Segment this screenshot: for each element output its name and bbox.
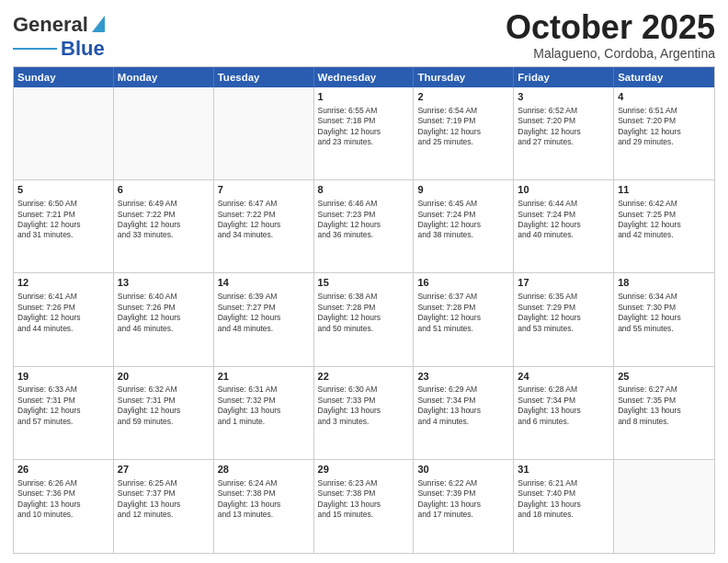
day-info-line: and 55 minutes.	[618, 324, 711, 334]
day-info-line: Daylight: 12 hours	[518, 313, 609, 323]
day-number: 28	[218, 463, 310, 477]
calendar-week-2: 5Sunrise: 6:50 AMSunset: 7:21 PMDaylight…	[14, 180, 714, 273]
day-info-line: Sunrise: 6:26 AM	[17, 478, 109, 488]
day-info-line: Sunset: 7:34 PM	[518, 396, 609, 406]
calendar-day-21: 21Sunrise: 6:31 AMSunset: 7:32 PMDayligh…	[214, 367, 314, 459]
day-info-line: Sunrise: 6:41 AM	[17, 292, 109, 302]
weekday-header-wednesday: Wednesday	[314, 67, 415, 87]
day-info-line: Sunrise: 6:33 AM	[17, 385, 109, 395]
day-info-line: Sunset: 7:29 PM	[518, 303, 609, 313]
day-info-line: and 50 minutes.	[318, 324, 410, 334]
day-info-line: Daylight: 12 hours	[618, 220, 711, 230]
day-info-line: Sunset: 7:39 PM	[417, 488, 509, 499]
day-info-line: and 31 minutes.	[17, 230, 109, 240]
logo-line-icon	[13, 48, 57, 51]
weekday-header-thursday: Thursday	[414, 67, 514, 87]
day-info-line: and 3 minutes.	[318, 417, 410, 427]
day-info-line: Sunset: 7:37 PM	[118, 488, 210, 499]
day-info-line: Sunset: 7:38 PM	[218, 488, 310, 499]
day-info-line: and 10 minutes.	[17, 510, 109, 520]
calendar-day-20: 20Sunrise: 6:32 AMSunset: 7:31 PMDayligh…	[114, 367, 214, 459]
day-number: 14	[218, 276, 310, 290]
day-info-line: and 44 minutes.	[17, 324, 109, 334]
day-info-line: Sunset: 7:18 PM	[318, 116, 410, 126]
day-info-line: Daylight: 12 hours	[618, 313, 711, 323]
calendar-empty	[114, 87, 214, 179]
day-number: 10	[518, 183, 609, 197]
calendar-day-28: 28Sunrise: 6:24 AMSunset: 7:38 PMDayligh…	[214, 460, 314, 553]
day-info-line: Sunrise: 6:25 AM	[118, 478, 210, 488]
day-number: 11	[618, 183, 711, 197]
day-info-line: and 4 minutes.	[417, 417, 509, 427]
day-info-line: Sunset: 7:25 PM	[618, 210, 711, 220]
calendar-day-12: 12Sunrise: 6:41 AMSunset: 7:26 PMDayligh…	[14, 273, 114, 365]
day-info-line: and 38 minutes.	[417, 230, 509, 240]
day-info-line: and 48 minutes.	[218, 324, 310, 334]
calendar-week-3: 12Sunrise: 6:41 AMSunset: 7:26 PMDayligh…	[14, 273, 714, 366]
day-number: 29	[318, 463, 410, 477]
day-info-line: Daylight: 13 hours	[318, 500, 410, 510]
day-info-line: Sunset: 7:31 PM	[17, 396, 109, 406]
header: General Blue October 2025 Malagueno, Cor…	[13, 9, 715, 61]
day-info-line: Sunrise: 6:39 AM	[218, 292, 310, 302]
month-title: October 2025	[506, 9, 715, 46]
day-info-line: Sunrise: 6:51 AM	[618, 106, 711, 116]
calendar-day-9: 9Sunrise: 6:45 AMSunset: 7:24 PMDaylight…	[414, 180, 514, 272]
day-info-line: and 46 minutes.	[118, 324, 210, 334]
day-info-line: Sunrise: 6:50 AM	[17, 199, 109, 209]
day-info-line: Daylight: 13 hours	[218, 500, 310, 510]
calendar-day-2: 2Sunrise: 6:54 AMSunset: 7:19 PMDaylight…	[414, 87, 514, 179]
weekday-header-tuesday: Tuesday	[214, 67, 314, 87]
day-info-line: Sunset: 7:31 PM	[118, 396, 210, 406]
calendar-day-5: 5Sunrise: 6:50 AMSunset: 7:21 PMDaylight…	[14, 180, 114, 272]
day-info-line: and 6 minutes.	[518, 417, 609, 427]
day-info-line: Sunset: 7:24 PM	[417, 210, 509, 220]
weekday-header-monday: Monday	[114, 67, 214, 87]
day-info-line: Daylight: 13 hours	[218, 406, 310, 416]
calendar-day-22: 22Sunrise: 6:30 AMSunset: 7:33 PMDayligh…	[314, 367, 415, 459]
day-info-line: Sunrise: 6:45 AM	[417, 199, 509, 209]
day-info-line: Daylight: 12 hours	[118, 220, 210, 230]
calendar-day-11: 11Sunrise: 6:42 AMSunset: 7:25 PMDayligh…	[614, 180, 714, 272]
day-info-line: Daylight: 12 hours	[518, 220, 609, 230]
day-info-line: Daylight: 13 hours	[118, 500, 210, 510]
day-info-line: Sunrise: 6:49 AM	[118, 199, 210, 209]
day-info-line: Daylight: 13 hours	[618, 406, 711, 416]
day-info-line: Sunset: 7:28 PM	[417, 303, 509, 313]
calendar-empty	[214, 87, 314, 179]
day-number: 13	[118, 276, 210, 290]
day-info-line: and 18 minutes.	[518, 510, 609, 520]
day-number: 15	[318, 276, 410, 290]
day-number: 20	[118, 370, 210, 384]
day-info-line: and 23 minutes.	[318, 137, 410, 147]
day-number: 4	[618, 90, 711, 104]
calendar-day-23: 23Sunrise: 6:29 AMSunset: 7:34 PMDayligh…	[414, 367, 514, 459]
day-info-line: and 33 minutes.	[118, 230, 210, 240]
day-info-line: Daylight: 12 hours	[17, 406, 109, 416]
day-number: 19	[17, 370, 109, 384]
day-info-line: and 1 minute.	[218, 417, 310, 427]
day-info-line: Daylight: 13 hours	[17, 500, 109, 510]
day-number: 31	[518, 463, 609, 477]
day-info-line: Daylight: 12 hours	[417, 127, 509, 137]
calendar-day-13: 13Sunrise: 6:40 AMSunset: 7:26 PMDayligh…	[114, 273, 214, 365]
day-number: 17	[518, 276, 609, 290]
day-info-line: and 29 minutes.	[618, 137, 711, 147]
day-info-line: Sunset: 7:20 PM	[518, 116, 609, 126]
calendar-day-16: 16Sunrise: 6:37 AMSunset: 7:28 PMDayligh…	[414, 273, 514, 365]
calendar-week-1: 1Sunrise: 6:55 AMSunset: 7:18 PMDaylight…	[14, 87, 714, 180]
svg-marker-0	[92, 16, 105, 32]
day-info-line: Daylight: 13 hours	[518, 500, 609, 510]
day-info-line: Daylight: 13 hours	[417, 500, 509, 510]
day-info-line: Sunrise: 6:22 AM	[417, 478, 509, 488]
day-info-line: Sunrise: 6:30 AM	[318, 385, 410, 395]
day-number: 1	[318, 90, 410, 104]
page: General Blue October 2025 Malagueno, Cor…	[0, 0, 728, 563]
weekday-header-friday: Friday	[514, 67, 614, 87]
day-info-line: Daylight: 12 hours	[17, 220, 109, 230]
calendar-empty	[14, 87, 114, 179]
calendar-day-19: 19Sunrise: 6:33 AMSunset: 7:31 PMDayligh…	[14, 367, 114, 459]
calendar-header: SundayMondayTuesdayWednesdayThursdayFrid…	[14, 67, 714, 87]
calendar-day-4: 4Sunrise: 6:51 AMSunset: 7:20 PMDaylight…	[614, 87, 714, 179]
day-info-line: Sunset: 7:30 PM	[618, 303, 711, 313]
